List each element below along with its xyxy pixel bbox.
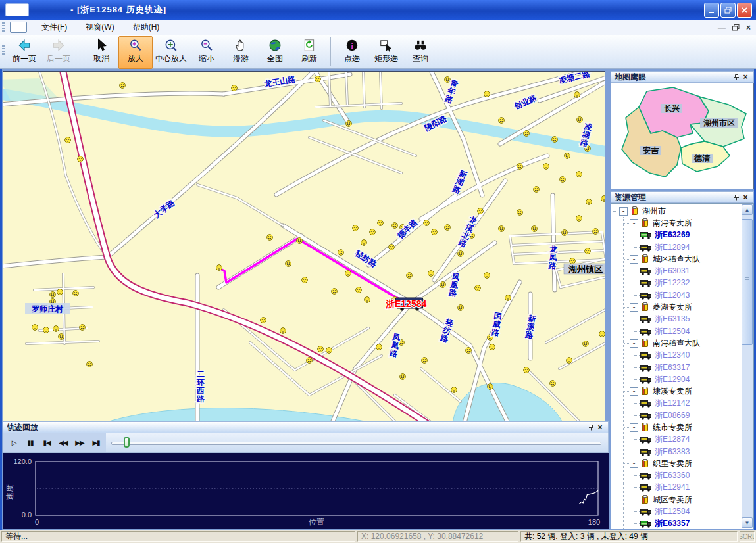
zoom-in-button[interactable]: 放大: [118, 36, 153, 69]
vehicle-marker[interactable]: [552, 137, 558, 143]
rewind-button[interactable]: ◀◀: [56, 435, 70, 450]
vehicle-marker[interactable]: [59, 334, 64, 340]
vehicle-marker[interactable]: [562, 230, 568, 236]
vehicle-marker[interactable]: [232, 85, 238, 91]
rect-select-button[interactable]: 矩形选: [369, 36, 403, 69]
tree-item-vehicle[interactable]: 浙E12874: [634, 434, 741, 446]
zoom-out-button[interactable]: 缩小: [189, 36, 224, 69]
tree-item-vehicle[interactable]: 浙E12340: [634, 350, 741, 362]
pin-icon[interactable]: [732, 193, 741, 202]
tree-item-vehicle[interactable]: 浙E08669: [634, 410, 741, 421]
collapse-icon[interactable]: -: [630, 255, 638, 264]
vehicle-marker[interactable]: [50, 292, 56, 298]
vehicle-marker[interactable]: [524, 131, 530, 137]
menu-item-help[interactable]: 帮助(H): [124, 20, 169, 34]
tree-item-group[interactable]: -城区专卖所: [624, 494, 741, 506]
vehicle-marker[interactable]: [458, 251, 464, 257]
vehicle-marker[interactable]: [78, 156, 84, 162]
tree-item-group[interactable]: -城区稽查大队: [624, 253, 741, 265]
play-button[interactable]: ▷: [7, 435, 21, 450]
vehicle-marker[interactable]: [593, 229, 599, 235]
vehicle-marker[interactable]: [524, 367, 530, 373]
vehicle-marker[interactable]: [565, 153, 570, 159]
vehicle-marker[interactable]: [356, 287, 362, 293]
pin-icon[interactable]: [586, 423, 595, 432]
prev-page-button[interactable]: 前一页: [7, 36, 41, 69]
vehicle-marker[interactable]: [488, 384, 493, 390]
next-page-button[interactable]: 后一页: [41, 36, 76, 69]
collapse-icon[interactable]: -: [630, 303, 638, 312]
tree-item-vehicle[interactable]: 浙E63317: [634, 362, 741, 373]
vehicle-marker[interactable]: [601, 196, 605, 202]
tree-item-vehicle[interactable]: 浙E12142: [634, 398, 741, 410]
vehicle-marker[interactable]: [445, 225, 451, 231]
vehicle-marker[interactable]: [574, 92, 580, 98]
vehicle-marker[interactable]: [440, 282, 446, 288]
collapse-icon[interactable]: -: [630, 423, 638, 432]
vehicle-marker[interactable]: [484, 91, 490, 97]
collapse-icon[interactable]: -: [630, 339, 638, 348]
vehicle-marker[interactable]: [422, 358, 428, 364]
tree-item-vehicle[interactable]: 浙E63135: [634, 314, 741, 325]
overview-map-canvas[interactable]: 长兴湖州市区安吉德清: [613, 85, 751, 183]
vehicle-marker[interactable]: [65, 137, 71, 143]
tree-item-vehicle[interactable]: 浙E63269: [634, 229, 741, 241]
vehicle-marker[interactable]: [424, 220, 430, 226]
pan-button[interactable]: 漫游: [224, 36, 258, 69]
tree-item-vehicle[interactable]: 浙E63360: [634, 470, 741, 482]
vehicle-marker[interactable]: [490, 344, 495, 350]
collapse-icon[interactable]: -: [630, 219, 638, 227]
vehicle-marker[interactable]: [560, 177, 566, 183]
vehicle-marker[interactable]: [286, 261, 291, 267]
vehicle-marker[interactable]: [345, 271, 351, 277]
tree-scrollbar[interactable]: ▲ ▼: [742, 204, 753, 528]
tree-item-group[interactable]: -南浔专卖所: [624, 217, 741, 229]
vehicle-marker[interactable]: [338, 250, 344, 256]
vehicle-marker[interactable]: [346, 121, 352, 127]
tree-item-vehicle[interactable]: 浙E12584: [634, 506, 741, 517]
tree-item-vehicle[interactable]: 浙E12043: [634, 289, 741, 301]
pin-icon[interactable]: [732, 72, 741, 82]
vehicle-marker[interactable]: [307, 358, 313, 364]
tree-item-vehicle[interactable]: 浙E12504: [634, 325, 741, 337]
menu-item-file[interactable]: 文件(F): [32, 20, 76, 34]
vehicle-marker[interactable]: [370, 229, 376, 235]
vehicle-marker[interactable]: [577, 117, 583, 123]
map-window[interactable]: 龙王山路青年路陵阳路创业路凌塘二路凌塘路新湖路大学路德丰路龙溪北路轻纺路轻纺路凤…: [3, 71, 605, 421]
toolbar-grip[interactable]: [2, 22, 5, 33]
refresh-button[interactable]: 刷新: [292, 36, 326, 69]
vehicle-marker[interactable]: [332, 289, 338, 295]
tree-item-vehicle[interactable]: 浙E63031: [634, 265, 741, 277]
step-end-button[interactable]: ▶▮: [89, 435, 103, 450]
playback-slider[interactable]: [111, 442, 601, 445]
close-button[interactable]: [737, 3, 752, 18]
tree-item-group[interactable]: -菱湖专卖所: [624, 301, 741, 313]
vehicle-marker[interactable]: [499, 118, 505, 124]
vehicle-marker[interactable]: [499, 226, 505, 232]
tree-item-vehicle[interactable]: 浙E63383: [634, 446, 741, 458]
vehicle-marker[interactable]: [466, 348, 472, 354]
vehicle-marker[interactable]: [315, 76, 321, 82]
scroll-up-icon[interactable]: ▲: [742, 204, 753, 215]
close-icon[interactable]: ×: [741, 72, 750, 82]
vehicle-marker[interactable]: [376, 344, 382, 350]
full-map-button[interactable]: 全图: [258, 36, 292, 69]
vehicle-marker[interactable]: [576, 172, 582, 177]
vehicle-marker[interactable]: [267, 235, 273, 241]
vehicle-marker[interactable]: [543, 164, 549, 170]
step-start-button[interactable]: ▮◀: [39, 435, 54, 450]
tree-item-vehicle[interactable]: 浙E12941: [634, 482, 741, 494]
vehicle-marker[interactable]: [517, 164, 523, 170]
collapse-icon[interactable]: -: [630, 387, 638, 396]
vehicle-marker[interactable]: [32, 325, 38, 331]
playback-slider-thumb[interactable]: [124, 437, 130, 448]
vehicle-marker[interactable]: [583, 341, 589, 347]
vehicle-marker[interactable]: [57, 289, 63, 295]
vehicle-marker[interactable]: [484, 273, 490, 279]
mdi-minimize-button[interactable]: —: [718, 24, 726, 31]
vehicle-marker[interactable]: [445, 77, 451, 83]
vehicle-marker[interactable]: [361, 240, 367, 246]
vehicle-marker[interactable]: [216, 265, 222, 271]
scrollbar-thumb[interactable]: [742, 219, 753, 345]
vehicle-marker[interactable]: [318, 346, 324, 352]
